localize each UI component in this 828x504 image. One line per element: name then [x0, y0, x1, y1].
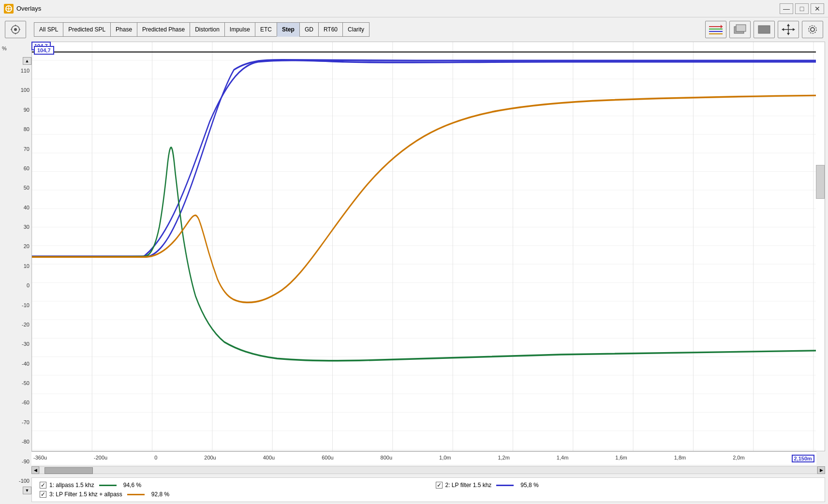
- legend-pct-3: 92,8 %: [151, 491, 169, 498]
- tab-predicted-spl[interactable]: Predicted SPL: [63, 22, 110, 37]
- chart-svg: [32, 42, 816, 451]
- svg-marker-22: [793, 28, 795, 31]
- view-option-button[interactable]: [754, 21, 775, 38]
- y-label-neg60: -60: [22, 398, 31, 407]
- legend-item-2: ✓ 2: LP filter 1.5 khz 95,8 %: [436, 482, 817, 489]
- chart-area: % ▲ 110 100 90 80 70 60 50 40 30 20 10 0…: [0, 42, 828, 504]
- y-label-neg20: -20: [22, 320, 31, 329]
- tab-distortion[interactable]: Distortion: [190, 22, 224, 37]
- svg-marker-19: [787, 24, 790, 26]
- y-axis: % ▲ 110 100 90 80 70 60 50 40 30 20 10 0…: [0, 42, 31, 504]
- tab-rt60[interactable]: RT60: [318, 22, 342, 37]
- legend-label-1: 1: allpass 1.5 khz: [49, 482, 94, 489]
- y-label-60: 60: [24, 163, 31, 173]
- window-title: Overlays: [16, 5, 780, 12]
- toolbar-right: [705, 21, 823, 38]
- x-label-200: 200u: [204, 455, 216, 462]
- x-label-last: 2,150m: [792, 455, 814, 462]
- y-label-80: 80: [24, 124, 31, 134]
- y-label-100: 100: [21, 85, 31, 95]
- window-controls: — □ ✕: [780, 3, 824, 14]
- legend-line-2: [496, 485, 514, 486]
- svg-marker-13: [721, 25, 723, 29]
- move-overlay-button[interactable]: [729, 21, 751, 38]
- y-label-20: 20: [24, 241, 31, 251]
- y-label-0: 0: [27, 281, 31, 290]
- x-label-neg360: -360u: [33, 455, 47, 462]
- y-scroll-up[interactable]: ▲: [23, 57, 31, 65]
- y-label-neg40: -40: [22, 359, 31, 369]
- x-label-800: 800u: [381, 455, 392, 462]
- tab-all-spl[interactable]: All SPL: [34, 22, 63, 37]
- toolbar: All SPL Predicted SPL Phase Predicted Ph…: [0, 17, 828, 42]
- tab-etc[interactable]: ETC: [255, 22, 277, 37]
- minimize-button[interactable]: —: [780, 3, 793, 14]
- x-label-0: 0: [154, 455, 157, 462]
- close-button[interactable]: ✕: [811, 3, 824, 14]
- svg-rect-16: [758, 26, 770, 33]
- y-scrollbar-thumb[interactable]: [816, 165, 825, 199]
- y-label-neg100: -100: [19, 476, 31, 486]
- legend-pct-1: 94,6 %: [123, 482, 141, 489]
- tab-gd[interactable]: GD: [299, 22, 318, 37]
- tab-predicted-phase[interactable]: Predicted Phase: [137, 22, 190, 37]
- y-label-90: 90: [24, 105, 31, 115]
- x-label-2m: 2,0m: [733, 455, 744, 462]
- tab-clarity[interactable]: Clarity: [342, 22, 370, 37]
- x-label-12m: 1,2m: [498, 455, 509, 462]
- svg-rect-26: [32, 42, 816, 451]
- legend-label-3: 3: LP Filter 1.5 khz + allpass: [49, 491, 122, 498]
- maximize-button[interactable]: □: [795, 3, 809, 14]
- overlay-colors-button[interactable]: [705, 21, 726, 38]
- legend: ✓ 1: allpass 1.5 khz 94,6 % ✓ 2: LP filt…: [31, 477, 825, 502]
- y-value-badge: 104,7: [34, 46, 54, 55]
- legend-line-3: [127, 494, 145, 495]
- scroll-track[interactable]: [39, 466, 817, 474]
- y-label-neg30: -30: [22, 339, 31, 349]
- x-label-1m: 1,0m: [439, 455, 451, 462]
- svg-point-23: [811, 28, 814, 31]
- h-scrollbar: ◀ ▶: [31, 466, 825, 474]
- y-label-neg70: -70: [22, 417, 31, 427]
- svg-marker-20: [787, 33, 790, 35]
- chart-canvas[interactable]: 104,7: [31, 42, 825, 451]
- legend-checkbox-1[interactable]: ✓: [40, 482, 46, 489]
- x-label-14m: 1,4m: [557, 455, 568, 462]
- tab-phase[interactable]: Phase: [110, 22, 137, 37]
- title-bar: Overlays — □ ✕: [0, 0, 828, 17]
- open-button[interactable]: [5, 21, 26, 38]
- main-window: Overlays — □ ✕ All SPL Predicted SPL Pha…: [0, 0, 828, 504]
- chart-wrapper: 104,7: [31, 42, 825, 504]
- svg-marker-21: [782, 28, 784, 31]
- y-label-neg50: -50: [22, 378, 31, 388]
- svg-point-24: [809, 26, 816, 33]
- svg-rect-15: [736, 25, 746, 31]
- x-axis: -360u -200u 0 200u 400u 600u 800u 1,0m 1…: [31, 451, 816, 465]
- x-label-16m: 1,6m: [615, 455, 627, 462]
- pan-zoom-button[interactable]: [778, 21, 799, 38]
- tab-step[interactable]: Step: [277, 22, 299, 37]
- x-label-neg200: -200u: [94, 455, 107, 462]
- y-label-10: 10: [24, 261, 31, 271]
- scroll-right-btn[interactable]: ▶: [817, 466, 825, 474]
- scroll-left-btn[interactable]: ◀: [31, 466, 39, 474]
- y-axis-unit: %: [2, 45, 7, 51]
- legend-item-1: ✓ 1: allpass 1.5 khz 94,6 %: [40, 482, 421, 489]
- legend-checkbox-2[interactable]: ✓: [436, 482, 443, 489]
- legend-pct-2: 95,8 %: [520, 482, 538, 489]
- y-label-40: 40: [24, 203, 31, 212]
- settings-button[interactable]: [802, 21, 823, 38]
- y-scroll-down[interactable]: ▼: [23, 487, 31, 494]
- tab-impulse[interactable]: Impulse: [224, 22, 255, 37]
- x-label-400: 400u: [263, 455, 275, 462]
- y-label-30: 30: [24, 222, 31, 232]
- scroll-thumb[interactable]: [44, 467, 93, 474]
- legend-item-3: ✓ 3: LP Filter 1.5 khz + allpass 92,8 %: [40, 491, 421, 498]
- y-label-neg90: -90: [22, 457, 31, 466]
- y-label-110: 110: [21, 66, 31, 75]
- tab-group: All SPL Predicted SPL Phase Predicted Ph…: [34, 22, 370, 37]
- app-icon: [4, 4, 14, 14]
- legend-checkbox-3[interactable]: ✓: [40, 491, 46, 498]
- x-label-600: 600u: [322, 455, 333, 462]
- svg-point-4: [14, 28, 17, 31]
